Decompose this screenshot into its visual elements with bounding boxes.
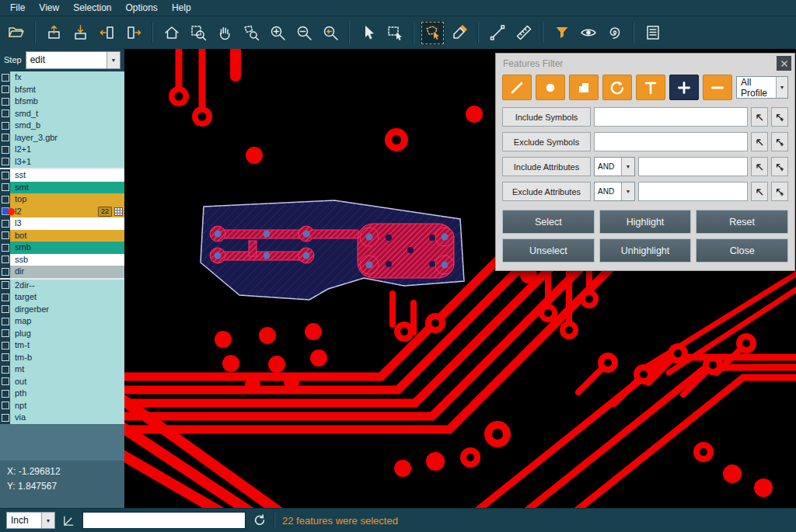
next-step-button[interactable]	[121, 21, 145, 45]
layer-row-dirgerber[interactable]: dirgerber	[0, 304, 124, 316]
layer-checkbox[interactable]	[0, 108, 10, 120]
exclude-attributes-and-select[interactable]: AND ▼	[594, 182, 635, 201]
layer-name-cell[interactable]: l2 22	[10, 206, 124, 218]
layer-name-cell[interactable]: bot	[10, 230, 124, 242]
layer-checkbox[interactable]	[0, 96, 10, 108]
layer-name-cell[interactable]: dir	[10, 266, 124, 278]
layer-row-2dir--[interactable]: 2dir--	[0, 278, 124, 292]
layer-name-cell[interactable]: via	[10, 412, 124, 424]
layer-checkbox[interactable]	[0, 242, 10, 254]
select-button[interactable]: Select	[502, 210, 595, 234]
layer-name-cell[interactable]: sst	[10, 169, 124, 182]
layer-checkbox[interactable]	[0, 280, 10, 292]
layer-row-map[interactable]: map	[0, 315, 124, 328]
layer-name-cell[interactable]: 2dir--	[10, 280, 124, 292]
chevron-down-icon[interactable]: ▼	[41, 513, 54, 528]
layer-name-cell[interactable]: smd_b	[10, 120, 124, 132]
layer-checkbox[interactable]	[0, 291, 10, 304]
chevron-down-icon[interactable]: ▼	[621, 183, 634, 200]
zoom-previous-button[interactable]	[318, 21, 342, 45]
layer-checkbox[interactable]	[0, 266, 10, 278]
command-input[interactable]	[82, 512, 246, 529]
profile-select[interactable]: All Profile ▼	[736, 76, 788, 99]
layer-checkbox[interactable]	[0, 388, 10, 400]
rectangle-select-button[interactable]	[382, 21, 407, 45]
layer-checkbox[interactable]	[0, 182, 10, 194]
exclude-symbols-input[interactable]	[594, 132, 748, 151]
layer-row-via[interactable]: via	[0, 412, 124, 424]
layer-name-cell[interactable]: l3+1	[10, 156, 124, 169]
pick-attribute-add-button[interactable]	[771, 182, 788, 201]
layer-row-ssb[interactable]: ssb	[0, 254, 124, 266]
add-filter-button[interactable]	[669, 75, 699, 100]
pick-attribute-button[interactable]	[751, 157, 768, 176]
layer-checkbox[interactable]	[0, 412, 10, 424]
layer-row-l3[interactable]: l3	[0, 217, 124, 230]
layer-name-cell[interactable]: dirgerber	[10, 304, 124, 316]
previous-step-button[interactable]	[95, 21, 119, 45]
include-attributes-and-select[interactable]: AND ▼	[594, 157, 635, 176]
layer-row-dir[interactable]: dir	[0, 266, 124, 278]
pointer-select-button[interactable]	[356, 21, 380, 45]
layer-row-target[interactable]: target	[0, 291, 124, 304]
layer-name-cell[interactable]: l3	[10, 217, 124, 230]
pick-attribute-add-button[interactable]	[771, 157, 788, 176]
unit-select[interactable]: Inch ▼	[6, 512, 55, 529]
layer-checkbox[interactable]	[0, 144, 10, 156]
pick-symbol-add-button[interactable]	[771, 132, 788, 151]
zoom-out-button[interactable]	[292, 21, 316, 45]
measure-ruler-button[interactable]	[511, 21, 536, 45]
layer-checkbox[interactable]	[0, 132, 10, 144]
layer-checkbox[interactable]	[0, 376, 10, 388]
layer-row-tm-t[interactable]: tm-t	[0, 339, 124, 352]
pad-tool-button[interactable]	[536, 75, 565, 100]
measure-line-button[interactable]	[485, 21, 509, 45]
home-view-button[interactable]	[159, 21, 183, 45]
layer-checkbox[interactable]	[0, 84, 10, 96]
zoom-window-button[interactable]	[186, 21, 210, 45]
layer-checkbox[interactable]	[0, 71, 10, 84]
layer-row-smd_b[interactable]: smd_b	[0, 120, 124, 132]
area-select-button[interactable]	[421, 21, 445, 45]
layer-row-tm-b[interactable]: tm-b	[0, 352, 124, 364]
pick-symbol-button[interactable]	[751, 132, 768, 151]
layer-row-bfsmt[interactable]: bfsmt	[0, 84, 124, 96]
layer-checkbox[interactable]	[0, 363, 10, 376]
layer-name-cell[interactable]: map	[10, 315, 124, 328]
step-select[interactable]: edit ▼	[26, 51, 120, 69]
pick-attribute-button[interactable]	[751, 182, 768, 201]
layer-name-cell[interactable]: fx	[10, 71, 124, 84]
import-step-button[interactable]	[68, 21, 93, 45]
layer-checkbox[interactable]	[0, 315, 10, 328]
layer-checkbox[interactable]	[0, 304, 10, 316]
layer-checkbox[interactable]	[0, 230, 10, 242]
layer-row-sst[interactable]: sst	[0, 168, 124, 182]
layer-row-smd_t[interactable]: smd_t	[0, 108, 124, 120]
exclude-attributes-input[interactable]	[638, 182, 748, 201]
layer-name-cell[interactable]: npt	[10, 400, 124, 412]
menu-file[interactable]: File	[3, 1, 32, 15]
layer-name-cell[interactable]: top	[10, 193, 124, 206]
menu-view[interactable]: View	[32, 1, 66, 15]
open-folder-button[interactable]	[4, 21, 28, 45]
layer-row-top[interactable]: top	[0, 193, 124, 206]
layer-row-layer_3.gbr[interactable]: layer_3.gbr	[0, 132, 124, 144]
layer-checkbox[interactable]	[0, 193, 10, 206]
pick-symbol-add-button[interactable]	[771, 107, 788, 127]
layer-checkbox[interactable]	[0, 169, 10, 182]
show-features-button[interactable]	[576, 21, 600, 45]
unselect-button[interactable]: Unselect	[502, 238, 595, 263]
arc-tool-button[interactable]	[602, 75, 632, 100]
paint-button[interactable]	[447, 21, 471, 45]
layer-row-mt[interactable]: mt	[0, 363, 124, 376]
surface-tool-button[interactable]	[569, 75, 599, 100]
layer-row-l2+1[interactable]: l2+1	[0, 144, 124, 156]
layer-name-cell[interactable]: target	[10, 291, 124, 304]
pan-hand-button[interactable]	[212, 21, 236, 45]
layer-name-cell[interactable]: ssb	[10, 254, 124, 266]
layer-checkbox[interactable]	[0, 328, 10, 340]
exclude-symbols-label-button[interactable]: Exclude Symbols	[502, 132, 591, 151]
layer-name-cell[interactable]: smb	[10, 242, 124, 254]
net-trace-button[interactable]	[602, 21, 627, 45]
layer-row-bfsmb[interactable]: bfsmb	[0, 96, 124, 108]
